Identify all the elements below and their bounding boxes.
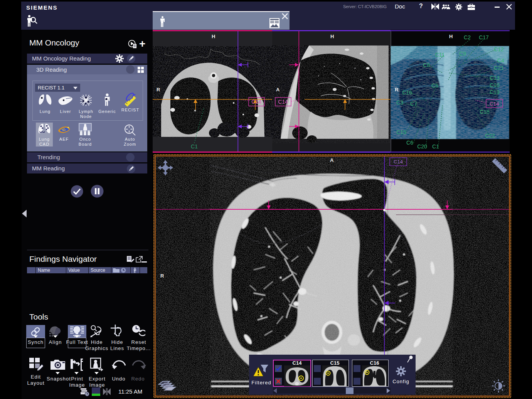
svg-text:C9: C9 <box>459 51 466 57</box>
svg-text:R: R <box>395 87 399 93</box>
svg-text:C8: C8 <box>423 62 430 68</box>
svg-text:C18: C18 <box>480 109 490 115</box>
svg-text:C6: C6 <box>406 140 413 146</box>
svg-text:C14: C14 <box>490 101 499 107</box>
svg-text:R: R <box>157 87 160 93</box>
svg-text:C1: C1 <box>191 143 198 150</box>
svg-text:C13: C13 <box>490 75 500 81</box>
svg-text:A: A <box>330 157 334 163</box>
svg-text:C14: C14 <box>251 99 261 105</box>
svg-text:C7: C7 <box>410 101 417 107</box>
svg-text:R: R <box>160 273 164 279</box>
svg-text:H: H <box>449 34 453 39</box>
svg-text:C12: C12 <box>494 46 504 52</box>
svg-text:C15: C15 <box>396 129 406 135</box>
svg-text:C21: C21 <box>494 65 504 71</box>
svg-text:C3: C3 <box>396 99 403 106</box>
svg-text:C2: C2 <box>464 34 471 40</box>
svg-text:C5: C5 <box>431 82 438 89</box>
svg-text:C16: C16 <box>402 89 412 96</box>
svg-text:C14: C14 <box>394 159 403 165</box>
svg-text:C10: C10 <box>490 82 500 88</box>
svg-text:C4: C4 <box>497 57 504 64</box>
svg-text:H: H <box>212 34 215 39</box>
svg-text:C17: C17 <box>479 34 489 40</box>
svg-text:C1: C1 <box>432 143 439 150</box>
svg-text:C19: C19 <box>490 89 500 95</box>
svg-text:C14: C14 <box>278 99 288 105</box>
svg-text:H: H <box>330 34 334 39</box>
svg-text:C20: C20 <box>417 143 427 150</box>
svg-text:C11: C11 <box>435 52 445 58</box>
svg-text:C22: C22 <box>485 133 495 139</box>
svg-text:A: A <box>276 87 280 93</box>
